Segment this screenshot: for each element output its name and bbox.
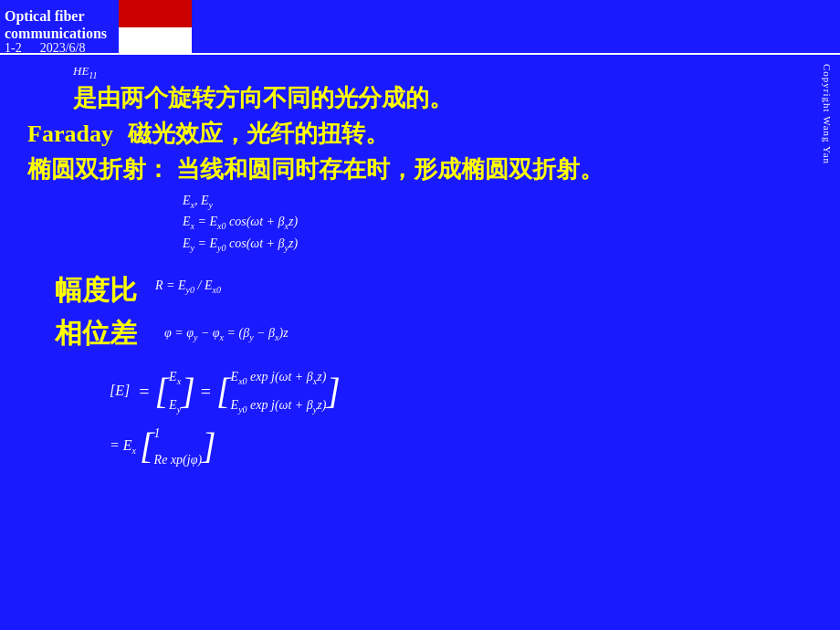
slide-date: 2023/6/8 [40,41,86,56]
main-content: HE11 是由两个旋转方向不同的光分成的。 Faraday 磁光效应，光纤的扭转… [0,59,822,476]
bracket-right-2: ] [326,373,341,410]
matrix-col-1: Ex Ey [169,365,181,418]
title-line2: communications [5,25,107,42]
birefringence-label: 椭圆双折射： [27,156,170,183]
bracket-right-1: ] [181,373,195,410]
header: Optical fiber communications 1-2 2023/6/… [0,0,840,55]
amplitude-label: 幅度比 [55,272,137,310]
slide-title: Optical fiber communications [5,7,107,42]
logo [119,0,192,55]
title-line1: Optical fiber [5,7,107,25]
matrix-equation: [E] = [ Ex Ey ] = [ Ex0 exp j(ωt + βxz) … [110,365,803,471]
matrix-ey: Ey [169,394,181,418]
bracket-left-1: [ [155,373,170,410]
slide-info: 1-2 2023/6/8 [5,41,85,56]
phi-formula: φ = φy − φx = (βy − βx)z [164,326,289,342]
matrix-row-2: = Ex [ 1 Re xp(jφ) ] [110,422,803,471]
bracket-right-3: ] [202,428,216,465]
matrix-one: 1 [154,422,161,445]
matrix-left-label: [E] [110,378,130,404]
math-label-xy: Ex, Ey [183,191,803,213]
faraday-content: 磁光效应，光纤的扭转。 [128,121,389,147]
matrix-col-2: Ex0 exp j(ωt + βxz) Ey0 exp j(ωt + βyz) [231,365,327,418]
phase-section: 相位差 φ = φy − φx = (βy − βx)z [18,315,803,358]
math-ey-eq: Ey = Ey0 cos(ωt + βyz) [183,234,803,256]
equals2: = [201,375,211,408]
matrix-exp-bottom: Ey0 exp j(ωt + βyz) [231,394,327,418]
slide-number: 1-2 [5,41,22,56]
r-formula: R = Ey0 / Ex0 [155,278,221,295]
logo-top [119,0,192,27]
amplitude-section: 幅度比 R = Ey0 / Ex0 [18,263,803,311]
math-ex-eq: Ex = Ex0 cos(ωt + βxz) [183,212,803,234]
matrix-exp-top: Ex0 exp j(ωt + βxz) [231,365,327,390]
birefringence-content: 当线和圆同时存在时，形成椭圆双折射。 [176,156,604,183]
bracket-left-3: [ [140,428,154,465]
ex-equals: = Ex [110,433,136,459]
logo-bottom [119,27,192,55]
matrix-row-1: [E] = [ Ex Ey ] = [ Ex0 exp j(ωt + βxz) … [110,365,803,418]
line3-text: 椭圆双折射： 当线和圆同时存在时，形成椭圆双折射。 [27,153,803,185]
line2-text: Faraday 磁光效应，光纤的扭转。 [27,118,803,150]
matrix-ex: Ex [169,365,181,390]
copyright-text: Copyright Wang Yan [822,64,833,164]
matrix-rexp: Re xp(jφ) [154,448,202,471]
equals1: = [139,375,149,408]
line1-text: 是由两个旋转方向不同的光分成的。 [73,82,803,114]
faraday-label: Faraday [27,121,113,147]
bracket-left-2: [ [216,373,231,410]
matrix-col-3: 1 Re xp(jφ) [154,422,202,471]
math-equations: Ex, Ey Ex = Ex0 cos(ωt + βxz) Ey = Ey0 c… [183,191,803,256]
he11-label: HE11 [73,64,803,80]
phase-label: 相位差 [55,315,137,352]
